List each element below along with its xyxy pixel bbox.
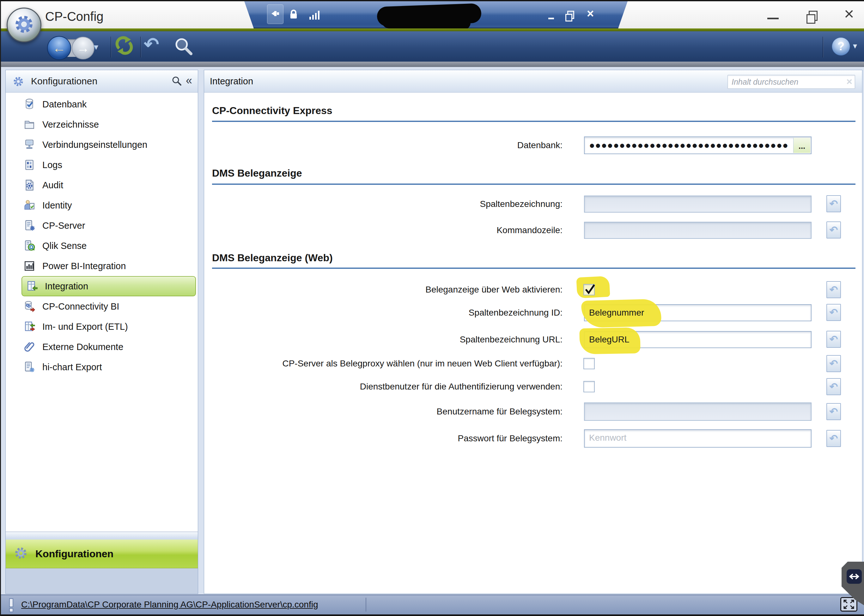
- undo-button[interactable]: ↶: [144, 33, 159, 55]
- lock-icon[interactable]: [288, 9, 299, 20]
- field-label: CP-Server als Belegproxy wählen (nur im …: [178, 357, 562, 370]
- field-label: Spaltenbezeichnung:: [178, 198, 562, 211]
- sidebar-item-audit[interactable]: Audit: [24, 175, 63, 195]
- content-search-input[interactable]: Inhalt durchsuchen ×: [727, 75, 855, 89]
- bar-chart-icon: [24, 260, 35, 272]
- sidebar-item-label: Audit: [42, 180, 63, 190]
- folder-icon: [24, 118, 35, 130]
- konfigurationen-footer-button[interactable]: Konfigurationen: [6, 539, 198, 568]
- double-arrow-icon: [847, 569, 862, 584]
- nav-history-dropdown[interactable]: ▾: [94, 42, 98, 52]
- window-minimize-button[interactable]: [767, 18, 779, 19]
- banner-close-button[interactable]: ×: [587, 7, 594, 20]
- sidebar-item-verbindungseinstellungen[interactable]: Verbindungseinstellungen: [24, 135, 147, 155]
- integration-icon: [26, 280, 38, 292]
- sidebar-splitter[interactable]: [6, 532, 198, 540]
- server-icon: [24, 220, 35, 231]
- sidebar-item-label: Verbindungseinstellungen: [42, 140, 147, 150]
- signal-bars-icon[interactable]: [309, 10, 319, 20]
- banner-restore-button[interactable]: [567, 11, 574, 19]
- sidebar-item-cp-server[interactable]: CP-Server: [24, 215, 85, 236]
- sidebar-item-im-und-export[interactable]: Im- und Export (ETL): [24, 316, 128, 337]
- reset-button[interactable]: ↶: [826, 378, 841, 395]
- toolbar-shadow: [1, 61, 864, 67]
- binary-log-icon: [24, 159, 35, 171]
- cp-config-window: CP-Config × ×: [0, 0, 864, 616]
- sidebar-item-label: CP-Server: [42, 220, 85, 231]
- field-value: Belegnummer: [585, 305, 811, 321]
- connectivity-icon: [24, 300, 35, 313]
- reset-button[interactable]: ↶: [826, 281, 841, 298]
- section-title: CP-Connectivity Express: [212, 105, 332, 116]
- belegproxy-checkbox[interactable]: [583, 358, 595, 369]
- clear-search-icon[interactable]: ×: [846, 75, 852, 88]
- browse-button[interactable]: ...: [793, 138, 810, 153]
- passwort-field[interactable]: Kennwort: [584, 429, 812, 448]
- dienstbenutzer-checkbox[interactable]: [583, 381, 595, 392]
- field-label: Datenbank:: [178, 139, 562, 152]
- page-title: Integration: [210, 70, 253, 92]
- main-header: Integration Inhalt durchsuchen ×: [204, 70, 862, 93]
- sidebar-item-qlik-sense[interactable]: Qlik Sense: [24, 236, 87, 256]
- sidebar-item-label: Power BI-Integration: [42, 261, 126, 271]
- sidebar-footer-area: [6, 568, 198, 594]
- banner-minimize-button[interactable]: [548, 18, 554, 19]
- sidebar-item-identity[interactable]: Identity: [24, 195, 72, 215]
- sidebar-item-datenbank[interactable]: Datenbank: [24, 94, 87, 114]
- help-dropdown-chevron[interactable]: ▾: [853, 41, 857, 51]
- network-icon: [24, 139, 35, 151]
- section-underline: [212, 267, 856, 269]
- reset-button[interactable]: ↶: [826, 304, 841, 321]
- kommandozeile-field: [584, 222, 812, 239]
- collapse-sidebar-icon[interactable]: «: [186, 70, 192, 91]
- field-label: Dienstbenutzer für die Authentifizierung…: [178, 380, 562, 393]
- section-underline: [212, 121, 856, 122]
- reset-button[interactable]: ↶: [826, 430, 841, 447]
- sidebar-item-logs[interactable]: Logs: [24, 155, 62, 175]
- sidebar-item-label: hi-chart Export: [42, 362, 102, 372]
- hichart-icon: [24, 361, 35, 373]
- help-button[interactable]: ?: [832, 37, 850, 56]
- toolbar-separator: [140, 37, 141, 58]
- gear-icon: [14, 546, 28, 561]
- config-path-link[interactable]: C:\ProgramData\CP Corporate Planning AG\…: [21, 595, 318, 614]
- toolbar-separator: [110, 37, 111, 58]
- window-close-button[interactable]: ×: [844, 4, 854, 24]
- section-title: DMS Beleganzeige: [212, 167, 302, 179]
- spalten-id-field[interactable]: Belegnummer: [584, 304, 812, 321]
- reset-button[interactable]: ↶: [826, 195, 841, 212]
- reset-button[interactable]: ↶: [826, 331, 841, 348]
- web-aktivieren-checkbox[interactable]: [583, 284, 595, 295]
- window-restore-button[interactable]: [809, 11, 818, 21]
- sidebar-search-icon[interactable]: [171, 76, 182, 88]
- field-label: Passwort für Belegsystem:: [178, 432, 562, 445]
- password-placeholder: Kennwort: [585, 430, 811, 446]
- pin-icon: [271, 9, 280, 20]
- reset-button[interactable]: ↶: [826, 403, 841, 420]
- sidebar-item-verzeichnisse[interactable]: Verzeichnisse: [24, 114, 99, 135]
- sidebar-item-externe-dokumente[interactable]: Externe Dokumente: [24, 337, 123, 357]
- datenbank-field[interactable]: ●●●●●●●●●●●●●●●●●●●●●●●●●●●●●●●●● ...: [584, 137, 812, 154]
- app-logo: [6, 8, 41, 42]
- reset-button[interactable]: ↶: [826, 222, 841, 239]
- sidebar-item-integration[interactable]: Integration: [22, 276, 196, 296]
- sidebar-item-label: Identity: [42, 200, 72, 211]
- spalten-url-field[interactable]: BelegURL: [584, 331, 812, 348]
- forward-button[interactable]: →: [72, 37, 94, 60]
- statusbar: C:\ProgramData\CP Corporate Planning AG\…: [1, 594, 864, 614]
- redacted-text: [382, 14, 471, 30]
- titlebar-divider: [1, 28, 864, 31]
- qlik-icon: [24, 240, 35, 252]
- reset-button[interactable]: ↶: [826, 355, 841, 372]
- footer-button-label: Konfigurationen: [35, 548, 113, 560]
- search-icon: [173, 52, 193, 57]
- gear-icon: [13, 76, 24, 88]
- sidebar-item-hi-chart-export[interactable]: hi-chart Export: [24, 357, 102, 377]
- search-button[interactable]: [173, 37, 193, 58]
- refresh-button[interactable]: [114, 35, 134, 57]
- sidebar-item-power-bi[interactable]: Power BI-Integration: [24, 256, 126, 276]
- sidebar-item-cp-connectivity-bi[interactable]: CP-Connectivity BI: [24, 296, 119, 316]
- pin-button[interactable]: [267, 5, 283, 24]
- field-label: Benutzername für Belegsystem:: [178, 405, 562, 418]
- back-button[interactable]: ←: [47, 36, 71, 60]
